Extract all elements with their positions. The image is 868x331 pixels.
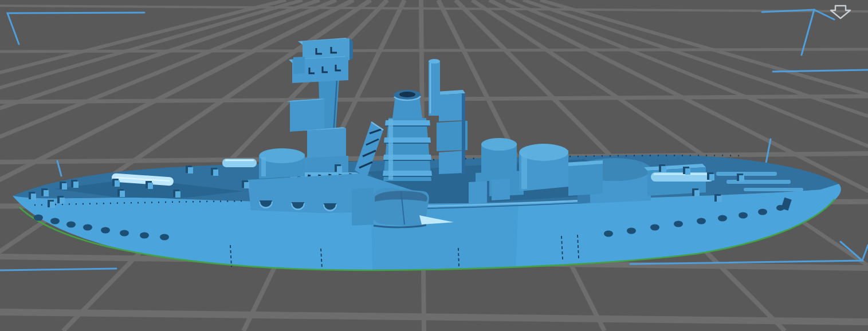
viewport-3d[interactable]	[0, 0, 868, 331]
model-mainmast	[429, 59, 440, 116]
model-funnel-2	[435, 90, 468, 174]
model-funnel-1	[383, 90, 432, 181]
